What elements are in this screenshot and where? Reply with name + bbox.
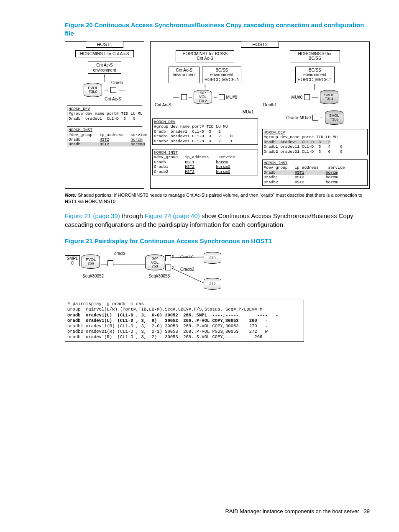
- cnt-acs-lbl: Cnt Ac-S: [105, 97, 121, 101]
- f21-270: 270: [204, 252, 221, 264]
- f21-pvol: PVOL266: [82, 254, 100, 269]
- figure21-diagram: SMPL0 PVOL266 Seq#30052 ───────────── or…: [65, 249, 370, 295]
- figure20-note: Note: Note: Shaded portions: If HORCMINS…: [65, 192, 370, 205]
- conn-sq: [110, 87, 116, 93]
- figure20-title: Figure 20 Continuous Access Synchronous/…: [65, 21, 370, 38]
- host2r-dev: HORCM_DEV #group dev_name port# TID LU M…: [262, 129, 368, 155]
- figure21-output: # pairdisplay -g oradb -m cas Group Pair…: [65, 300, 304, 342]
- oradb-lbl: Oradb: [111, 80, 123, 85]
- figure20-diagram: HOST1 HORCMINST for Cnt Ac-S Cnt Ac-S en…: [65, 41, 370, 189]
- host1-dev: HORCM_DEV #group dev_name port# TID LU M…: [67, 105, 142, 122]
- host2l-inst: HORCM_INST #dev_group ip_address service…: [152, 149, 258, 175]
- host2r-env: BC/SS environment HORCC_MRCF=1: [295, 67, 335, 84]
- figure21-title: Figure 21 Pairdisplay for Continuous Acc…: [65, 237, 370, 245]
- f21-spvol: S/PVOL268: [145, 254, 164, 270]
- svol1-cyl: SVOL T3L4: [320, 90, 338, 104]
- link-fig21[interactable]: Figure 21 (page 39): [65, 212, 120, 219]
- host2l-env: Cnt Ac-S environment: [169, 67, 200, 84]
- host1-horcm: HORCMINST for Cnt Ac-S: [75, 50, 134, 58]
- host2r-inst: HORCM_INST #dev_group ip_address service…: [262, 159, 368, 186]
- host1-env: Cnt Ac-S environment: [88, 62, 121, 74]
- link-fig24[interactable]: Figure 24 (page 40): [145, 212, 200, 219]
- f21-272: 272: [204, 278, 221, 290]
- host2r-horcm: HORCMINST0 for BC/SS: [290, 50, 340, 62]
- svol2-cyl: SVOL T3L6: [325, 111, 343, 125]
- page-footer: RAID Manager instance components on the …: [225, 508, 370, 514]
- host1-label: HOST1: [86, 41, 124, 48]
- host2-label: HOST2: [241, 41, 279, 48]
- host2l-env2: BC/SS environment HORCC_MRCF=1: [202, 67, 241, 84]
- host2l-dev: HORCM_DEV #group dev_name port# TID LU M…: [152, 118, 258, 145]
- host2l-horcm: HORCMINST for BC/SS Cnt Ac-S: [176, 50, 234, 62]
- pvol-cyl: PVOL T3L0: [84, 83, 102, 97]
- bridge-paragraph: Figure 21 (page 39) through Figure 24 (p…: [65, 211, 370, 230]
- spvol-cyl: S/P VOL T3L2: [194, 90, 212, 104]
- host1-inst: HORCM_INST #dev_group ip_address service…: [67, 126, 142, 148]
